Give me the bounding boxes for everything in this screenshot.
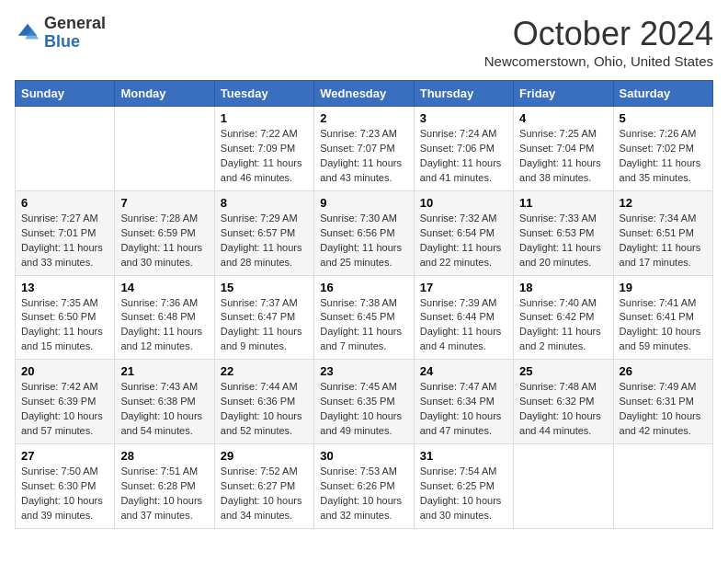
day-info: Sunrise: 7:42 AM Sunset: 6:39 PM Dayligh… <box>21 380 108 439</box>
day-info: Sunrise: 7:52 AM Sunset: 6:27 PM Dayligh… <box>221 465 308 523</box>
calendar-cell: 5Sunrise: 7:26 AM Sunset: 7:02 PM Daylig… <box>613 107 712 191</box>
calendar-cell: 22Sunrise: 7:44 AM Sunset: 6:36 PM Dayli… <box>214 360 313 444</box>
calendar-week-row: 27Sunrise: 7:50 AM Sunset: 6:30 PM Dayli… <box>16 444 713 529</box>
day-info: Sunrise: 7:36 AM Sunset: 6:48 PM Dayligh… <box>120 296 208 355</box>
day-info: Sunrise: 7:24 AM Sunset: 7:06 PM Dayligh… <box>420 127 507 186</box>
calendar-cell: 8Sunrise: 7:29 AM Sunset: 6:57 PM Daylig… <box>214 190 313 275</box>
day-number: 4 <box>519 111 607 125</box>
day-number: 5 <box>620 111 707 125</box>
calendar-week-row: 1Sunrise: 7:22 AM Sunset: 7:09 PM Daylig… <box>16 107 713 191</box>
day-info: Sunrise: 7:37 AM Sunset: 6:47 PM Dayligh… <box>221 296 308 355</box>
day-info: Sunrise: 7:44 AM Sunset: 6:36 PM Dayligh… <box>221 380 308 439</box>
day-number: 15 <box>221 281 308 294</box>
calendar-cell <box>115 107 214 191</box>
day-info: Sunrise: 7:23 AM Sunset: 7:07 PM Dayligh… <box>320 127 407 186</box>
calendar-cell: 24Sunrise: 7:47 AM Sunset: 6:34 PM Dayli… <box>414 360 513 444</box>
weekday-header: Friday <box>514 81 613 107</box>
day-number: 25 <box>519 364 607 378</box>
day-number: 2 <box>320 111 407 125</box>
day-number: 18 <box>519 281 607 294</box>
calendar-cell: 10Sunrise: 7:32 AM Sunset: 6:54 PM Dayli… <box>414 190 513 275</box>
calendar-cell: 27Sunrise: 7:50 AM Sunset: 6:30 PM Dayli… <box>16 444 115 529</box>
day-info: Sunrise: 7:48 AM Sunset: 6:32 PM Dayligh… <box>519 380 607 439</box>
day-info: Sunrise: 7:38 AM Sunset: 6:45 PM Dayligh… <box>320 296 407 355</box>
calendar-cell <box>613 444 712 529</box>
day-info: Sunrise: 7:40 AM Sunset: 6:42 PM Dayligh… <box>519 296 607 355</box>
day-number: 7 <box>120 196 208 210</box>
day-number: 22 <box>221 364 308 378</box>
page-header: General Blue October 2024 Newcomerstown,… <box>15 15 713 69</box>
calendar-cell: 21Sunrise: 7:43 AM Sunset: 6:38 PM Dayli… <box>115 360 214 444</box>
calendar-cell: 19Sunrise: 7:41 AM Sunset: 6:41 PM Dayli… <box>613 275 712 360</box>
calendar-cell <box>514 444 613 529</box>
day-info: Sunrise: 7:35 AM Sunset: 6:50 PM Dayligh… <box>21 296 108 355</box>
day-number: 10 <box>420 196 507 210</box>
calendar-cell: 14Sunrise: 7:36 AM Sunset: 6:48 PM Dayli… <box>115 275 214 360</box>
calendar-cell: 6Sunrise: 7:27 AM Sunset: 7:01 PM Daylig… <box>16 190 115 275</box>
calendar-cell: 9Sunrise: 7:30 AM Sunset: 6:56 PM Daylig… <box>314 190 414 275</box>
day-number: 12 <box>620 196 707 210</box>
day-number: 24 <box>420 364 507 378</box>
day-number: 3 <box>420 111 507 125</box>
weekday-header: Monday <box>115 81 214 107</box>
logo-line1: General <box>44 15 106 33</box>
calendar-cell: 13Sunrise: 7:35 AM Sunset: 6:50 PM Dayli… <box>16 275 115 360</box>
calendar-cell: 28Sunrise: 7:51 AM Sunset: 6:28 PM Dayli… <box>115 444 214 529</box>
calendar-cell: 26Sunrise: 7:49 AM Sunset: 6:31 PM Dayli… <box>613 360 712 444</box>
day-info: Sunrise: 7:27 AM Sunset: 7:01 PM Dayligh… <box>21 212 108 270</box>
day-number: 23 <box>320 364 407 378</box>
weekday-header: Sunday <box>16 81 115 107</box>
day-number: 20 <box>21 364 108 378</box>
day-info: Sunrise: 7:47 AM Sunset: 6:34 PM Dayligh… <box>420 380 507 439</box>
day-info: Sunrise: 7:45 AM Sunset: 6:35 PM Dayligh… <box>320 380 407 439</box>
calendar-cell: 31Sunrise: 7:54 AM Sunset: 6:25 PM Dayli… <box>414 444 513 529</box>
day-number: 29 <box>221 449 308 463</box>
location: Newcomerstown, Ohio, United States <box>484 53 713 69</box>
calendar-cell: 18Sunrise: 7:40 AM Sunset: 6:42 PM Dayli… <box>514 275 613 360</box>
day-info: Sunrise: 7:41 AM Sunset: 6:41 PM Dayligh… <box>620 296 707 355</box>
weekday-header: Tuesday <box>214 81 313 107</box>
day-info: Sunrise: 7:43 AM Sunset: 6:38 PM Dayligh… <box>120 380 208 439</box>
day-number: 19 <box>620 281 707 294</box>
day-number: 27 <box>21 449 108 463</box>
calendar-cell <box>16 107 115 191</box>
day-info: Sunrise: 7:49 AM Sunset: 6:31 PM Dayligh… <box>620 380 707 439</box>
day-number: 14 <box>120 281 208 294</box>
calendar-cell: 4Sunrise: 7:25 AM Sunset: 7:04 PM Daylig… <box>514 107 613 191</box>
day-info: Sunrise: 7:29 AM Sunset: 6:57 PM Dayligh… <box>221 212 308 270</box>
day-number: 17 <box>420 281 507 294</box>
calendar-cell: 23Sunrise: 7:45 AM Sunset: 6:35 PM Dayli… <box>314 360 414 444</box>
calendar-week-row: 13Sunrise: 7:35 AM Sunset: 6:50 PM Dayli… <box>16 275 713 360</box>
day-number: 26 <box>620 364 707 378</box>
calendar-cell: 15Sunrise: 7:37 AM Sunset: 6:47 PM Dayli… <box>214 275 313 360</box>
calendar-table: SundayMondayTuesdayWednesdayThursdayFrid… <box>15 80 713 529</box>
day-info: Sunrise: 7:26 AM Sunset: 7:02 PM Dayligh… <box>620 127 707 186</box>
day-info: Sunrise: 7:39 AM Sunset: 6:44 PM Dayligh… <box>420 296 507 355</box>
day-info: Sunrise: 7:22 AM Sunset: 7:09 PM Dayligh… <box>221 127 308 186</box>
calendar-cell: 29Sunrise: 7:52 AM Sunset: 6:27 PM Dayli… <box>214 444 313 529</box>
weekday-header: Thursday <box>414 81 513 107</box>
day-info: Sunrise: 7:54 AM Sunset: 6:25 PM Dayligh… <box>420 465 507 523</box>
day-number: 16 <box>320 281 407 294</box>
day-number: 31 <box>420 449 507 463</box>
calendar-cell: 16Sunrise: 7:38 AM Sunset: 6:45 PM Dayli… <box>314 275 414 360</box>
calendar-week-row: 20Sunrise: 7:42 AM Sunset: 6:39 PM Dayli… <box>16 360 713 444</box>
day-info: Sunrise: 7:51 AM Sunset: 6:28 PM Dayligh… <box>120 465 208 523</box>
day-number: 9 <box>320 196 407 210</box>
day-info: Sunrise: 7:28 AM Sunset: 6:59 PM Dayligh… <box>120 212 208 270</box>
day-info: Sunrise: 7:25 AM Sunset: 7:04 PM Dayligh… <box>519 127 607 186</box>
logo: General Blue <box>15 15 106 52</box>
calendar-cell: 30Sunrise: 7:53 AM Sunset: 6:26 PM Dayli… <box>314 444 414 529</box>
day-info: Sunrise: 7:32 AM Sunset: 6:54 PM Dayligh… <box>420 212 507 270</box>
calendar-cell: 17Sunrise: 7:39 AM Sunset: 6:44 PM Dayli… <box>414 275 513 360</box>
weekday-header: Saturday <box>613 81 712 107</box>
day-number: 11 <box>519 196 607 210</box>
calendar-cell: 25Sunrise: 7:48 AM Sunset: 6:32 PM Dayli… <box>514 360 613 444</box>
calendar-week-row: 6Sunrise: 7:27 AM Sunset: 7:01 PM Daylig… <box>16 190 713 275</box>
calendar-cell: 2Sunrise: 7:23 AM Sunset: 7:07 PM Daylig… <box>314 107 414 191</box>
day-number: 28 <box>120 449 208 463</box>
title-block: October 2024 Newcomerstown, Ohio, United… <box>484 15 713 69</box>
calendar-cell: 20Sunrise: 7:42 AM Sunset: 6:39 PM Dayli… <box>16 360 115 444</box>
day-number: 1 <box>221 111 308 125</box>
day-info: Sunrise: 7:33 AM Sunset: 6:53 PM Dayligh… <box>519 212 607 270</box>
